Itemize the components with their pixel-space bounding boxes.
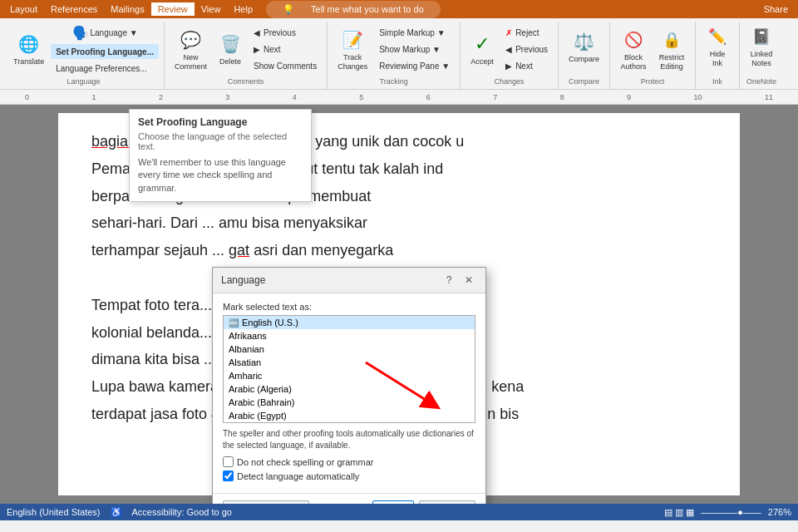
- tell-me-input[interactable]: 💡 Tell me what you want to do: [266, 1, 441, 18]
- lang-item-arabic-egypt[interactable]: Arabic (Egypt): [224, 409, 475, 422]
- translate-icon: 🌐: [17, 32, 41, 56]
- menu-bar: Layout References Mailings Review View H…: [0, 0, 798, 18]
- ribbon: 🌐 Translate 🗣️ Language ▼ Set Proofing L…: [0, 18, 798, 90]
- reject-button[interactable]: ✗ Reject: [500, 26, 553, 41]
- zoom-slider[interactable]: ————●——: [701, 507, 761, 517]
- cancel-button[interactable]: Cancel: [419, 500, 475, 504]
- tooltip-popup: Set Proofing Language Choose the languag…: [129, 109, 312, 202]
- language-icon: 🗣️: [72, 25, 89, 41]
- linked-notes-icon: 📓: [750, 25, 773, 48]
- set-proofing-language-button[interactable]: Set Proofing Language...: [51, 44, 159, 59]
- accessibility-status[interactable]: Accessibility: Good to go: [132, 507, 232, 517]
- share-button[interactable]: Share: [757, 2, 795, 16]
- lang-item-albanian[interactable]: Albanian: [224, 342, 475, 356]
- block-authors-button[interactable]: 🚫 BlockAuthors: [615, 27, 652, 73]
- dialog-close-button[interactable]: ✕: [461, 273, 477, 288]
- new-comment-icon: 💬: [179, 28, 202, 52]
- reviewing-pane-button[interactable]: Reviewing Pane ▼: [374, 59, 455, 74]
- spell-check-icon: 🔤: [229, 318, 239, 328]
- tooltip-subtitle: Choose the language of the selected text…: [138, 131, 303, 151]
- accept-icon: ✓: [470, 32, 494, 56]
- checkbox-no-spell: Do not check spelling or grammar: [223, 456, 475, 467]
- show-comments-button[interactable]: Show Comments: [249, 59, 322, 74]
- previous-comment-button[interactable]: ◀ Previous: [249, 26, 322, 41]
- restrict-editing-button[interactable]: 🔒 RestrictEditing: [653, 27, 690, 73]
- lightbulb-icon: 💡: [276, 2, 301, 17]
- menu-review[interactable]: Review: [151, 2, 195, 16]
- lang-item-arabic-bahrain[interactable]: Arabic (Bahrain): [224, 396, 475, 409]
- onenote-group-label: OneNote: [746, 76, 776, 87]
- next-change-button[interactable]: ▶ Next: [500, 59, 553, 74]
- new-comment-button[interactable]: 💬 NewComment: [170, 27, 212, 73]
- ink-group-label: Ink: [712, 76, 722, 87]
- restrict-editing-icon: 🔒: [660, 28, 683, 52]
- language-group-label: Language: [66, 76, 100, 87]
- ribbon-group-onenote: 📓 LinkedNotes OneNote: [740, 22, 783, 89]
- menu-view[interactable]: View: [195, 2, 228, 16]
- menu-mailings[interactable]: Mailings: [104, 2, 150, 16]
- delete-icon: 🗑️: [219, 32, 242, 56]
- translate-button[interactable]: 🌐 Translate: [8, 27, 49, 73]
- language-dialog: Language ? ✕ Mark selected text as: 🔤 En…: [212, 267, 486, 504]
- reject-icon: ✗: [505, 28, 512, 37]
- ribbon-group-changes: ✓ Accept ✗ Reject ◀ Previous ▶ Next Chan…: [461, 22, 559, 89]
- lang-item-amharic[interactable]: Amharic: [224, 369, 475, 382]
- ruler: 01234567891011: [0, 90, 798, 105]
- zoom-level: 276%: [768, 507, 791, 517]
- next-comment-button[interactable]: ▶ Next: [249, 42, 322, 57]
- detect-lang-checkbox[interactable]: [223, 470, 234, 481]
- menu-help[interactable]: Help: [227, 2, 259, 16]
- dialog-body: Mark selected text as: 🔤 English (U.S.) …: [213, 293, 485, 493]
- delete-button[interactable]: 🗑️ Delete: [214, 27, 247, 73]
- ribbon-group-ink: ✏️ HideInk Ink: [696, 22, 740, 89]
- changes-buttons: ✓ Accept ✗ Reject ◀ Previous ▶ Next: [466, 23, 553, 76]
- lang-item-afrikaans[interactable]: Afrikaans: [224, 329, 475, 342]
- dialog-help-button[interactable]: ?: [441, 273, 457, 288]
- comments-group-label: Comments: [228, 76, 264, 87]
- language-button[interactable]: 🗣️ Language ▼: [51, 23, 159, 42]
- language-status[interactable]: English (United States): [7, 507, 101, 517]
- track-changes-button[interactable]: 📝 TrackChanges: [332, 27, 372, 73]
- hide-ink-button[interactable]: ✏️ HideInk: [701, 23, 734, 70]
- status-right: ▤ ▥ ▦ ————●—— 276%: [664, 507, 791, 518]
- language-listbox[interactable]: 🔤 English (U.S.) Afrikaans Albanian Alsa…: [223, 315, 475, 423]
- language-buttons: 🌐 Translate 🗣️ Language ▼ Set Proofing L…: [8, 23, 159, 76]
- language-preferences-button[interactable]: Language Preferences...: [51, 61, 159, 76]
- status-bar: English (United States) ♿ Accessibility:…: [0, 504, 798, 520]
- dialog-title-bar: Language ? ✕: [213, 268, 485, 293]
- menu-references[interactable]: References: [44, 2, 104, 16]
- lang-item-arabic-algeria[interactable]: Arabic (Algeria): [224, 382, 475, 396]
- doc-line-5: terhampar sejauh ... gat asri dan menyeg…: [91, 239, 707, 263]
- tooltip-title: Set Proofing Language: [138, 116, 303, 128]
- compare-button[interactable]: ⚖️ Compare: [564, 23, 604, 70]
- linked-notes-button[interactable]: 📓 LinkedNotes: [745, 23, 778, 70]
- simple-markup-button[interactable]: Simple Markup ▼: [374, 26, 455, 41]
- compare-group-label: Compare: [569, 76, 599, 87]
- dialog-title: Language: [221, 274, 265, 286]
- hide-ink-icon: ✏️: [706, 25, 729, 48]
- doc-line-4: sehari-hari. Dari ... amu bisa menyaksik…: [91, 211, 707, 235]
- prev-change-button[interactable]: ◀ Previous: [500, 42, 553, 57]
- ribbon-group-tracking: 📝 TrackChanges Simple Markup ▼ Show Mark…: [328, 22, 461, 89]
- ribbon-group-language: 🌐 Translate 🗣️ Language ▼ Set Proofing L…: [3, 22, 165, 89]
- tracking-group-label: Tracking: [380, 76, 408, 87]
- menu-layout[interactable]: Layout: [3, 2, 44, 16]
- ribbon-group-compare: ⚖️ Compare Compare: [559, 22, 610, 89]
- set-default-button[interactable]: Set As Default: [223, 500, 309, 504]
- accept-button[interactable]: ✓ Accept: [466, 27, 499, 73]
- dialog-title-actions: ? ✕: [441, 273, 477, 288]
- mark-label: Mark selected text as:: [223, 302, 475, 312]
- detect-lang-label: Detect language automatically: [237, 471, 359, 481]
- dialog-note: The speller and other proofing tools aut…: [223, 428, 475, 451]
- comment-buttons: 💬 NewComment 🗑️ Delete ◀ Previous ▶ Next…: [170, 23, 322, 76]
- lang-item-english-us[interactable]: 🔤 English (U.S.): [224, 316, 475, 329]
- view-icons: ▤ ▥ ▦: [664, 507, 694, 518]
- lang-item-alsatian[interactable]: Alsatian: [224, 356, 475, 369]
- ribbon-group-comments: 💬 NewComment 🗑️ Delete ◀ Previous ▶ Next…: [165, 22, 328, 89]
- no-spell-checkbox[interactable]: [223, 456, 234, 467]
- ok-button[interactable]: OK: [372, 500, 414, 504]
- accessibility-icon: ♿: [111, 507, 122, 518]
- show-markup-button[interactable]: Show Markup ▼: [374, 42, 455, 57]
- checkbox-detect-lang: Detect language automatically: [223, 470, 475, 481]
- block-authors-icon: 🚫: [622, 28, 645, 52]
